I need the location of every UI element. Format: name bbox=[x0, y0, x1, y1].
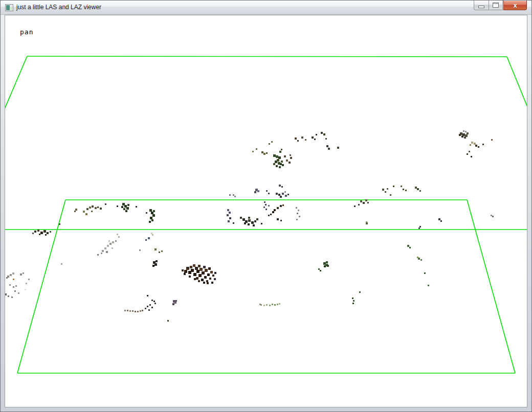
lidar-point bbox=[280, 196, 282, 198]
lidar-point bbox=[265, 204, 267, 205]
window-controls: x bbox=[474, 1, 527, 10]
lidar-point bbox=[253, 224, 255, 226]
lidar-point bbox=[203, 266, 206, 268]
lidar-point bbox=[97, 207, 99, 208]
lidar-point bbox=[251, 221, 254, 224]
lidar-point bbox=[276, 155, 278, 158]
lidar-point bbox=[194, 278, 196, 280]
lidar-point bbox=[320, 270, 321, 271]
lidar-point bbox=[184, 270, 187, 273]
lidar-point bbox=[139, 249, 141, 251]
lidar-point bbox=[92, 205, 94, 208]
lidar-point bbox=[39, 234, 40, 235]
lidar-point bbox=[323, 133, 325, 135]
lidar-point bbox=[150, 217, 152, 219]
lidar-point bbox=[214, 272, 216, 274]
lidar-point bbox=[424, 272, 426, 274]
lidar-point bbox=[474, 143, 476, 145]
lidar-point bbox=[154, 303, 156, 304]
lidar-point bbox=[227, 209, 229, 211]
lidar-point bbox=[287, 194, 289, 195]
lidar-point bbox=[195, 267, 198, 270]
lidar-point bbox=[360, 200, 362, 202]
lidar-point bbox=[299, 216, 300, 217]
lidar-point bbox=[109, 243, 112, 245]
minimize-button[interactable] bbox=[474, 1, 489, 10]
lidar-point bbox=[461, 135, 463, 138]
lidar-point bbox=[127, 310, 128, 311]
lidar-point bbox=[229, 217, 231, 219]
lidar-point bbox=[462, 133, 465, 136]
lidar-point bbox=[290, 157, 292, 159]
lidar-point bbox=[142, 310, 143, 311]
lidar-point bbox=[281, 186, 283, 188]
lidar-point bbox=[172, 303, 174, 305]
lidar-point bbox=[154, 263, 157, 266]
lidar-point bbox=[205, 269, 208, 272]
lidar-point bbox=[199, 268, 203, 271]
lidar-point bbox=[175, 300, 177, 302]
lidar-point bbox=[26, 283, 27, 284]
lidar-point bbox=[204, 276, 207, 279]
lidar-point bbox=[266, 152, 268, 154]
lidar-point bbox=[268, 215, 270, 216]
lidar-point bbox=[136, 206, 137, 208]
lidar-point bbox=[202, 271, 205, 274]
viewer-canvas[interactable]: pan bbox=[5, 15, 527, 407]
lidar-point bbox=[196, 277, 198, 280]
lidar-point bbox=[210, 271, 213, 273]
lidar-point bbox=[278, 194, 280, 196]
app-icon-pane bbox=[10, 7, 12, 10]
lidar-point bbox=[189, 276, 191, 278]
lidar-point bbox=[34, 231, 36, 233]
lidar-point bbox=[182, 269, 184, 271]
lidar-point bbox=[260, 304, 262, 306]
lidar-point bbox=[186, 267, 189, 270]
lidar-point bbox=[137, 311, 139, 312]
lidar-point bbox=[417, 188, 419, 190]
lidar-point bbox=[266, 304, 268, 306]
lidar-point bbox=[152, 234, 153, 236]
lidar-point bbox=[419, 226, 421, 227]
lidar-point bbox=[471, 142, 473, 144]
lidar-point bbox=[212, 274, 214, 277]
lidar-point bbox=[7, 276, 9, 278]
close-button[interactable]: x bbox=[503, 1, 527, 10]
lidar-point bbox=[491, 139, 493, 141]
lidar-point bbox=[37, 230, 39, 232]
lidar-point bbox=[363, 202, 365, 204]
lidar-point bbox=[420, 259, 422, 261]
lidar-point bbox=[278, 162, 280, 165]
point-cloud-svg[interactable] bbox=[5, 15, 527, 407]
lidar-point bbox=[61, 263, 62, 265]
lidar-point bbox=[12, 272, 14, 274]
lidar-point bbox=[97, 254, 99, 256]
lidar-point bbox=[352, 297, 353, 299]
lidar-point bbox=[269, 143, 270, 145]
lidar-point bbox=[407, 245, 409, 247]
lidar-point bbox=[492, 216, 494, 217]
lidar-point bbox=[325, 138, 327, 140]
titlebar[interactable]: just a little LAS and LAZ viewer x bbox=[1, 1, 531, 15]
lidar-point bbox=[272, 211, 274, 213]
lidar-point bbox=[208, 267, 211, 270]
lidar-point bbox=[415, 187, 417, 189]
lidar-point bbox=[405, 190, 407, 191]
app-icon-pane bbox=[6, 5, 10, 10]
lidar-point bbox=[161, 250, 163, 252]
lidar-point bbox=[440, 220, 442, 222]
lidar-point bbox=[228, 220, 230, 222]
lidar-point bbox=[152, 214, 155, 217]
lidar-point bbox=[279, 303, 280, 305]
lidar-point bbox=[86, 208, 88, 210]
lidar-point bbox=[403, 189, 404, 190]
lidar-point bbox=[390, 194, 391, 196]
lidar-point bbox=[278, 156, 281, 159]
lidar-point bbox=[324, 265, 326, 267]
maximize-button[interactable] bbox=[489, 1, 503, 10]
lidar-point bbox=[328, 148, 330, 150]
lidar-point bbox=[277, 207, 279, 209]
lidar-point bbox=[85, 213, 87, 215]
lidar-point bbox=[206, 280, 208, 282]
lidar-point bbox=[125, 210, 127, 212]
